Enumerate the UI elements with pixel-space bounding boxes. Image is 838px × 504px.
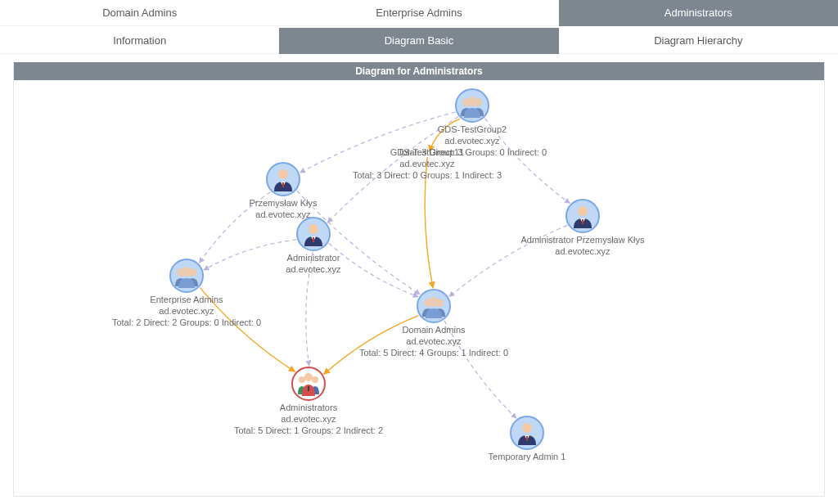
tab-enterprise-admins[interactable]: Enterprise Admins <box>279 0 558 26</box>
node-przemyslaw[interactable]: Przemysław Kłysad.evotec.xyz <box>201 162 365 221</box>
node-label-name: GDS-TestGroup2 <box>438 124 507 134</box>
node-label-name: GDS-TestGroup11 <box>390 147 464 157</box>
svg-rect-9 <box>313 237 314 242</box>
user-icon <box>565 199 600 233</box>
diagram-canvas[interactable]: GDS-TestGroup2ad.evotec.xyzTotal: 3 Dire… <box>14 80 824 496</box>
node-label-name: Przemysław Kłys <box>249 198 317 208</box>
panel-title: Diagram for Administrators <box>14 62 824 80</box>
tab-domain-admins[interactable]: Domain Admins <box>0 0 279 26</box>
svg-point-20 <box>429 297 439 307</box>
node-label-stats: Total: 5 Direct: 4 Groups: 1 Indirect: 0 <box>359 348 508 359</box>
svg-point-24 <box>304 373 313 381</box>
group-icon <box>455 88 489 123</box>
node-label-name: Temporary Admin 1 <box>489 452 566 461</box>
user-icon <box>296 217 331 251</box>
svg-rect-28 <box>526 436 528 441</box>
node-label: GDS-TestGroup11ad.evotec.xyzTotal: 3 Dir… <box>353 147 502 181</box>
svg-point-23 <box>312 376 318 383</box>
node-entadmins[interactable]: Enterprise Adminsad.evotec.xyzTotal: 2 D… <box>105 259 268 328</box>
target-group-icon <box>291 367 326 401</box>
diagram-panel: Diagram for Administrators GDS-TestGroup… <box>13 62 825 497</box>
node-label: Domain Adminsad.evotec.xyzTotal: 5 Direc… <box>359 325 508 358</box>
node-label: Administrator Przemysław Kłysad.evotec.x… <box>521 235 645 258</box>
subtab-diagram-basic[interactable]: Diagram Basic <box>279 28 558 54</box>
user-icon <box>266 162 300 196</box>
node-label-name: Enterprise Admins <box>150 295 223 304</box>
node-domadmins[interactable]: Domain Adminsad.evotec.xyzTotal: 5 Direc… <box>352 289 516 358</box>
node-label-name: Administrator Przemysław Kłys <box>521 235 645 245</box>
node-label-stats: Total: 2 Direct: 2 Groups: 0 Indirect: 0 <box>112 317 261 329</box>
node-label-name: Domain Admins <box>402 325 465 335</box>
tab-administrators[interactable]: Administrators <box>559 0 838 26</box>
node-label-domain: ad.evotec.xyz <box>521 246 645 258</box>
node-label-domain: ad.evotec.xyz <box>286 264 340 276</box>
user-icon <box>510 416 544 450</box>
node-label-stats: Total: 5 Direct: 1 Groups: 2 Indirect: 2 <box>234 425 383 437</box>
svg-rect-25 <box>308 386 309 391</box>
svg-point-27 <box>522 423 532 433</box>
svg-rect-12 <box>582 219 583 224</box>
svg-point-16 <box>182 267 191 277</box>
svg-point-5 <box>278 169 288 179</box>
node-label: Enterprise Adminsad.evotec.xyzTotal: 2 D… <box>112 295 261 328</box>
node-label: Administratorsad.evotec.xyzTotal: 5 Dire… <box>234 403 383 436</box>
node-label-stats: Total: 3 Direct: 0 Groups: 1 Indirect: 3 <box>353 170 502 182</box>
svg-point-22 <box>299 376 305 383</box>
node-label-domain: ad.evotec.xyz <box>112 306 261 317</box>
node-adminpk[interactable]: Administrator Przemysław Kłysad.evotec.x… <box>501 199 665 258</box>
node-tempadmin[interactable]: Temporary Admin 1 <box>445 416 609 463</box>
group-icon <box>169 259 204 293</box>
sub-tabs: Information Diagram Basic Diagram Hierar… <box>0 28 838 54</box>
svg-rect-6 <box>282 182 284 187</box>
top-tabs: Domain Admins Enterprise Admins Administ… <box>0 0 838 26</box>
svg-point-8 <box>309 224 318 234</box>
node-gds11[interactable]: GDS-TestGroup11ad.evotec.xyzTotal: 3 Dir… <box>345 146 509 181</box>
node-label: Administratorad.evotec.xyz <box>286 253 340 276</box>
node-label-domain: ad.evotec.xyz <box>234 414 383 425</box>
node-label: Temporary Admin 1 <box>489 452 566 463</box>
svg-point-3 <box>467 97 477 106</box>
node-label-domain: ad.evotec.xyz <box>359 336 508 348</box>
node-label-domain: ad.evotec.xyz <box>353 159 502 170</box>
group-icon <box>417 289 451 323</box>
subtab-information[interactable]: Information <box>0 28 279 54</box>
node-adminsgroup[interactable]: Administratorsad.evotec.xyzTotal: 5 Dire… <box>227 367 390 436</box>
subtab-diagram-hierarchy[interactable]: Diagram Hierarchy <box>559 28 838 54</box>
node-label-name: Administrators <box>280 403 337 412</box>
svg-point-11 <box>578 206 588 216</box>
node-label-name: Administrator <box>287 253 340 263</box>
